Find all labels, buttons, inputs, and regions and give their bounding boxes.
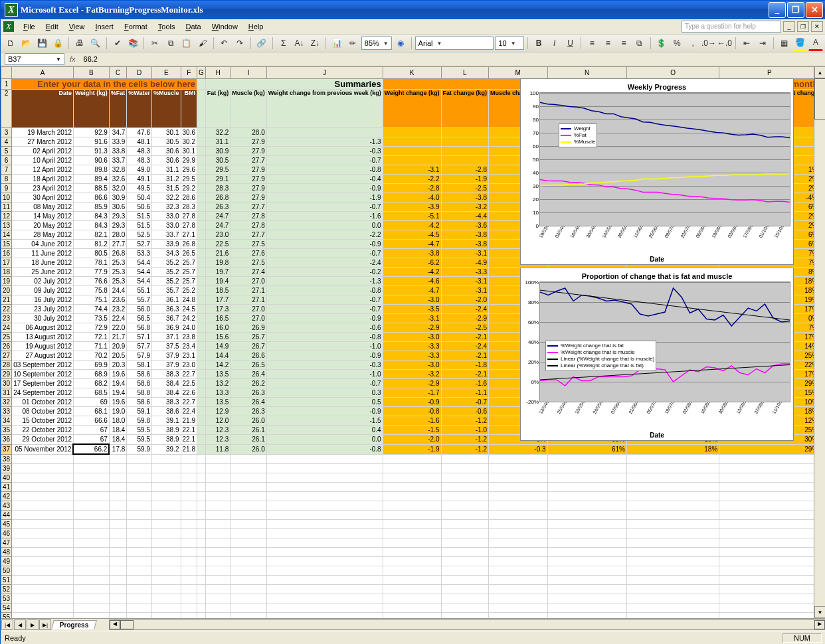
menu-file[interactable]: File xyxy=(18,21,41,32)
fx-icon[interactable]: fx xyxy=(70,55,76,63)
borders-icon[interactable]: ▦ xyxy=(777,36,792,50)
doc-close[interactable]: ✕ xyxy=(811,21,823,32)
percent-icon[interactable]: % xyxy=(670,36,684,50)
svg-line-0 xyxy=(540,290,790,320)
bold-icon[interactable]: B xyxy=(531,36,546,50)
currency-icon[interactable]: 💲 xyxy=(654,36,669,50)
align-right-icon[interactable]: ≡ xyxy=(616,36,631,50)
tab-first[interactable]: |◀ xyxy=(1,619,13,630)
preview-icon[interactable]: 🔍 xyxy=(88,36,103,50)
menu-tools[interactable]: Tools xyxy=(153,21,181,32)
print-icon[interactable]: 🖶 xyxy=(72,36,87,50)
new-icon[interactable]: 🗋 xyxy=(3,36,18,50)
hyperlink-icon[interactable]: 🔗 xyxy=(254,36,269,50)
comma-icon[interactable]: , xyxy=(686,36,700,50)
doc-minimize[interactable]: _ xyxy=(783,21,795,32)
autosum-icon[interactable]: Σ xyxy=(276,36,291,50)
zoom-combo[interactable]: 85%▼ xyxy=(361,37,392,50)
italic-icon[interactable]: I xyxy=(547,36,562,50)
menu-edit[interactable]: Edit xyxy=(41,21,64,32)
maximize-button[interactable]: ❐ xyxy=(787,2,804,18)
menu-insert[interactable]: Insert xyxy=(90,21,119,32)
menu-view[interactable]: View xyxy=(64,21,90,32)
tab-next[interactable]: ▶ xyxy=(27,619,39,630)
font-color-icon[interactable]: A xyxy=(808,35,823,51)
align-center-icon[interactable]: ≡ xyxy=(600,36,615,50)
dec-indent-icon[interactable]: ⇤ xyxy=(739,36,754,50)
undo-icon[interactable]: ↶ xyxy=(217,36,232,50)
title-bar: X Microsoft Excel - FatBurningProgressMo… xyxy=(1,1,825,19)
redo-icon[interactable]: ↷ xyxy=(232,36,247,50)
sheet-tab-bar: |◀ ◀ ▶ ▶| Progress ◀ ▶ xyxy=(1,618,825,631)
tab-prev[interactable]: ◀ xyxy=(14,619,26,630)
copy-icon[interactable]: ⧉ xyxy=(163,36,178,50)
name-box[interactable]: B37▼ xyxy=(5,53,64,65)
underline-icon[interactable]: U xyxy=(563,36,578,50)
minimize-button[interactable]: _ xyxy=(769,2,786,18)
chart[interactable]: Weekly Progress0102030405060708090100Wei… xyxy=(520,78,794,265)
permission-icon[interactable]: 🔒 xyxy=(50,36,65,50)
standard-toolbar: 🗋 📂 💾 🔒 🖶 🔍 ✔ 📚 ✂ ⧉ 📋 🖌 ↶ ↷ 🔗 Σ A↓ Z↓ 📊 … xyxy=(1,35,825,52)
doc-restore[interactable]: ❐ xyxy=(797,21,809,32)
excel-icon: X xyxy=(5,3,18,17)
inc-indent-icon[interactable]: ⇥ xyxy=(755,36,770,50)
menu-data[interactable]: Data xyxy=(180,21,206,32)
font-name-combo[interactable]: Arial▼ xyxy=(415,37,494,50)
help-icon[interactable]: ◉ xyxy=(393,36,408,50)
dec-decimal-icon[interactable]: ←.0 xyxy=(717,36,732,50)
status-bar: Ready NUM xyxy=(1,631,825,644)
align-left-icon[interactable]: ≡ xyxy=(585,36,599,50)
tab-last[interactable]: ▶| xyxy=(39,619,51,630)
font-size-combo[interactable]: 10▼ xyxy=(495,37,524,50)
chart[interactable]: Proportion of change that is fat and mus… xyxy=(520,268,794,441)
paste-icon[interactable]: 📋 xyxy=(179,36,194,50)
format-painter-icon[interactable]: 🖌 xyxy=(195,36,210,50)
chart-icon[interactable]: 📊 xyxy=(329,36,344,50)
open-icon[interactable]: 📂 xyxy=(19,36,34,50)
status-text: Ready xyxy=(5,634,26,642)
help-search[interactable]: Type a question for help xyxy=(682,21,781,33)
sort-asc-icon[interactable]: A↓ xyxy=(292,36,307,50)
formula-bar: B37▼ fx 66.2 xyxy=(1,52,825,66)
vertical-scrollbar[interactable]: ▲ ▼ xyxy=(814,66,825,618)
merge-icon[interactable]: ⧉ xyxy=(632,36,647,50)
save-icon[interactable]: 💾 xyxy=(35,36,50,50)
research-icon[interactable]: 📚 xyxy=(126,36,141,50)
close-button[interactable]: ✕ xyxy=(806,2,823,18)
fill-color-icon[interactable]: 🪣 xyxy=(792,35,807,51)
drawing-icon[interactable]: ✏ xyxy=(345,36,360,50)
spell-icon[interactable]: ✔ xyxy=(110,36,125,50)
inc-decimal-icon[interactable]: .0→ xyxy=(701,36,716,50)
horizontal-scrollbar[interactable]: ◀ ▶ xyxy=(109,619,825,630)
cut-icon[interactable]: ✂ xyxy=(147,36,162,50)
menu-format[interactable]: Format xyxy=(119,21,153,32)
window-title: Microsoft Excel - FatBurningProgressMoni… xyxy=(21,5,203,15)
menu-bar: X FileEditViewInsertFormatToolsDataWindo… xyxy=(1,19,825,35)
sheet-tab-progress[interactable]: Progress xyxy=(51,620,97,629)
menu-window[interactable]: Window xyxy=(207,21,243,32)
sort-desc-icon[interactable]: Z↓ xyxy=(308,36,322,50)
menu-help[interactable]: Help xyxy=(243,21,269,32)
numlock-indicator: NUM xyxy=(782,633,822,643)
formula-value[interactable]: 66.2 xyxy=(81,55,98,63)
doc-icon[interactable]: X xyxy=(3,21,14,32)
